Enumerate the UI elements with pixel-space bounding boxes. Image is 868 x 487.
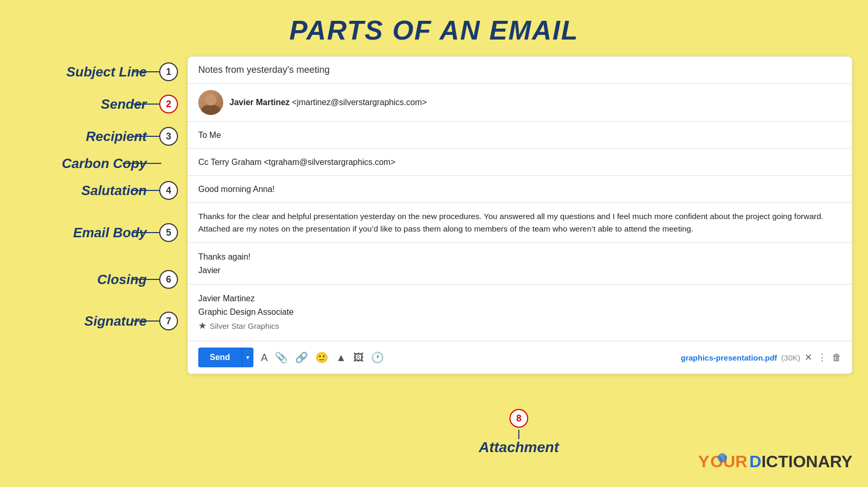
connector-5	[133, 232, 161, 233]
email-panel: Notes from yesterday's meeting Javier Ma…	[187, 56, 852, 374]
logo-circle	[718, 453, 727, 463]
sig-name: Javier Martinez	[198, 292, 841, 305]
attachment-size: (30K)	[781, 353, 800, 362]
sender-info: Javier Martinez <jmartinez@silverstargra…	[229, 98, 427, 107]
recipient-row: To Me	[188, 122, 852, 149]
sig-company: Silver Star Graphics	[210, 320, 279, 332]
carbon-copy-label-container: Carbon Copy	[16, 150, 151, 177]
badge-1: 1	[159, 62, 178, 81]
subject-line-label-container: Subject Line 1	[16, 58, 151, 85]
badge-8: 8	[509, 409, 528, 428]
logo-our: OUR	[710, 452, 747, 471]
attach-icon[interactable]: 📎	[275, 351, 288, 364]
recipient-label-container: Recipient 3	[16, 123, 151, 150]
toolbar-row: Send ▾ A 📎 🔗 🙂 ▲ 🖼 🕐 graphics-presentati…	[188, 341, 852, 374]
attachment-more-icon[interactable]: ⋮	[818, 352, 827, 363]
closing-line2: Javier	[198, 264, 841, 277]
attachment-close-icon[interactable]: ✕	[805, 352, 812, 363]
attachment-filename: graphics-presentation.pdf	[681, 353, 777, 362]
recipient-text: To Me	[198, 131, 221, 140]
logo-your: Y	[698, 452, 709, 471]
signature-label-container: Signature 7	[16, 298, 151, 344]
cc-row: Cc Terry Graham <tgraham@silverstargraph…	[188, 149, 852, 176]
attachment-label-area: 8 Attachment	[479, 409, 559, 456]
connector-7	[133, 321, 161, 322]
send-dropdown-button[interactable]: ▾	[241, 348, 253, 367]
email-body-label-container: Email Body 5	[16, 204, 151, 261]
sender-email: <jmartinez@silverstargraphics.com>	[292, 98, 427, 107]
badge-5: 5	[159, 223, 178, 242]
signature-row: Javier Martinez Graphic Design Associate…	[188, 285, 852, 341]
connector-2	[133, 104, 161, 105]
body-text: Thanks for the clear and helpful present…	[198, 212, 823, 233]
closing-label-container: Closing 6	[16, 261, 151, 298]
attachment-delete-icon[interactable]: 🗑	[832, 352, 841, 363]
clock-icon[interactable]: 🕐	[371, 351, 384, 364]
closing-row: Thanks again! Javier	[188, 243, 852, 285]
salutation-text: Good morning Anna!	[198, 185, 275, 194]
attachment-connector-line	[518, 430, 519, 439]
font-format-icon[interactable]: A	[261, 352, 267, 364]
send-button[interactable]: Send	[198, 348, 241, 367]
attachment-label-text: Attachment	[479, 439, 559, 456]
emoji-icon[interactable]: 🙂	[315, 351, 328, 364]
connector-4	[133, 190, 161, 191]
photo-icon[interactable]: 🖼	[353, 352, 364, 364]
sender-name: Javier Martinez	[229, 98, 290, 107]
send-button-group[interactable]: Send ▾	[198, 348, 253, 367]
sender-label-container: Sender 2	[16, 85, 151, 123]
connector-1	[133, 71, 161, 72]
subject-text: Notes from yesterday's meeting	[198, 65, 330, 75]
salutation-label-container: Salutation 4	[16, 177, 151, 204]
sig-title: Graphic Design Associate	[198, 305, 841, 319]
cc-text: Cc Terry Graham <tgraham@silverstargraph…	[198, 158, 395, 167]
yourdictionary-logo: Y OUR DICTIONARY	[698, 452, 852, 471]
connector-6	[133, 279, 161, 280]
badge-6: 6	[159, 270, 178, 289]
salutation-row: Good morning Anna!	[188, 176, 852, 203]
page-title: PARTS OF AN EMAIL	[0, 0, 868, 56]
attachment-actions: ✕ ⋮ 🗑	[805, 352, 841, 363]
attachment-info: graphics-presentation.pdf (30K) ✕ ⋮ 🗑	[681, 352, 841, 363]
sender-row: Javier Martinez <jmartinez@silverstargra…	[188, 84, 852, 122]
badge-4: 4	[159, 181, 178, 200]
badge-7: 7	[159, 312, 178, 330]
connector-3	[133, 136, 161, 137]
subject-row: Notes from yesterday's meeting	[188, 57, 852, 84]
link-icon[interactable]: 🔗	[295, 351, 308, 364]
sig-company-container: ★ Silver Star Graphics	[198, 318, 841, 334]
avatar	[198, 90, 223, 115]
star-icon: ★	[198, 318, 207, 334]
logo-dictionary: DICTIONARY	[749, 452, 852, 471]
connector-cc	[122, 163, 161, 164]
drive-icon[interactable]: ▲	[336, 352, 346, 364]
badge-3: 3	[159, 127, 178, 146]
badge-2: 2	[159, 95, 178, 113]
body-row: Thanks for the clear and helpful present…	[188, 203, 852, 243]
labels-column: Subject Line 1 Sender 2 Recipient 3 Carb…	[16, 56, 151, 344]
closing-line1: Thanks again!	[198, 250, 841, 264]
